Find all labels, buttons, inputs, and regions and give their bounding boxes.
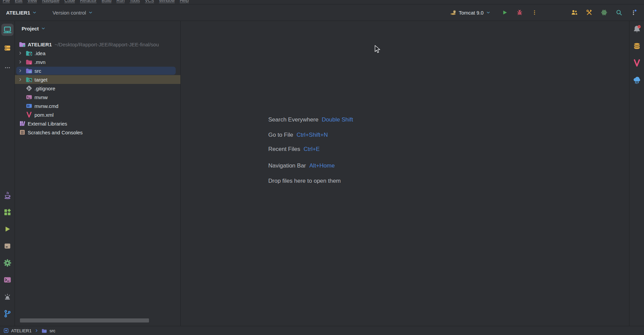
menu-navigate[interactable]: Navigate <box>42 0 59 4</box>
project-panel: Project ATELIER1 ~/Desktop/Rapport-JEE/R… <box>15 21 181 326</box>
shortcut-keys: Double Shift <box>322 116 353 123</box>
gear-icon[interactable] <box>3 259 11 267</box>
tree-row-src[interactable]: src <box>15 66 180 75</box>
menu-vcs[interactable]: VCS <box>145 0 154 4</box>
vcs-widget[interactable]: Version control <box>50 8 95 17</box>
tree-row-label: src <box>34 68 41 74</box>
tools-icon[interactable] <box>585 8 594 17</box>
tree-row-pom[interactable]: pom.xml <box>15 110 180 119</box>
src-folder-icon <box>26 67 32 74</box>
menu-tools[interactable]: Tools <box>130 0 140 4</box>
project-panel-title: Project <box>22 26 39 31</box>
menu-help[interactable]: Help <box>180 0 189 4</box>
notifications-bell-icon[interactable] <box>633 25 641 33</box>
menu-build[interactable]: Build <box>102 0 112 4</box>
chevron-down-icon <box>41 26 46 31</box>
breadcrumb-project[interactable]: ATELIER1 <box>11 328 31 333</box>
build-icon[interactable] <box>3 242 11 250</box>
run-button[interactable] <box>500 8 510 17</box>
tree-row-mvnw-cmd[interactable]: mvnw.cmd <box>15 102 180 110</box>
shortcut-keys: Ctrl+E <box>303 146 320 153</box>
tree-row-label: .mvn <box>34 59 46 65</box>
shortcut-label: Go to File <box>268 132 293 138</box>
tree-row-label: ATELIER1 <box>28 42 52 47</box>
search-icon[interactable] <box>614 8 624 17</box>
tree-row-target[interactable]: target <box>15 75 180 84</box>
chevron-right-icon <box>34 328 39 333</box>
code-with-me-icon[interactable] <box>570 8 579 17</box>
tree-row-label: target <box>34 77 47 83</box>
menu-file[interactable]: File <box>3 0 10 4</box>
src-folder-icon <box>42 328 47 333</box>
menu-refactor[interactable]: Refactor <box>80 0 97 4</box>
alert-icon[interactable] <box>3 293 11 301</box>
tree-row-label: pom.xml <box>34 112 54 118</box>
tree-row-external-libraries[interactable]: External Libraries <box>15 119 180 128</box>
debug-button[interactable] <box>515 8 524 17</box>
tree-row-label: mvnw.cmd <box>34 103 58 109</box>
vcs-widget-label: Version control <box>52 10 86 16</box>
horizontal-scrollbar[interactable] <box>20 318 149 322</box>
menu-bar: File Edit View Navigate Code Refactor Bu… <box>0 0 644 4</box>
project-root-path: ~/Desktop/Rapport-JEE/Rapport-JEE-final/… <box>54 42 159 47</box>
project-folder-icon <box>19 41 26 48</box>
java-icon[interactable] <box>3 191 11 199</box>
maven-icon[interactable] <box>633 59 641 67</box>
database-icon[interactable] <box>633 42 641 50</box>
services-icon[interactable] <box>1 42 14 54</box>
tree-row-label: .gitignore <box>34 86 55 91</box>
more-tool-windows-icon[interactable] <box>1 62 14 74</box>
settings-menu-icon[interactable] <box>629 8 639 17</box>
tree-row-mvn[interactable]: .mvn <box>15 58 180 66</box>
run-config-label: Tomcat 9.0 <box>459 10 484 16</box>
menu-code[interactable]: Code <box>65 0 75 4</box>
run-config-selector[interactable]: Tomcat 9.0 <box>450 9 491 16</box>
menu-items: File Edit View Navigate Code Refactor Bu… <box>3 0 189 4</box>
shortcut-hint: Recent Files Ctrl+E <box>268 146 320 153</box>
libraries-icon <box>19 120 26 127</box>
chevron-right-icon[interactable] <box>18 59 23 65</box>
idea-folder-icon <box>26 50 32 57</box>
mouse-cursor <box>374 45 380 53</box>
menu-view[interactable]: View <box>27 0 37 4</box>
tree-row-scratches[interactable]: Scratches and Consoles <box>15 128 180 137</box>
cloud-icon[interactable] <box>633 76 641 84</box>
shortcut-keys: Alt+Home <box>309 162 335 169</box>
mvn-folder-icon <box>26 59 32 65</box>
shortcut-hint: Search Everywhere Double Shift <box>268 116 353 124</box>
terminal-icon[interactable] <box>3 276 11 284</box>
shortcut-hint: Go to File Ctrl+Shift+N <box>268 131 328 139</box>
project-tool-icon[interactable] <box>1 24 14 36</box>
module-icon <box>3 328 9 333</box>
profiler-atom-icon[interactable] <box>599 8 609 17</box>
tree-row-project-root[interactable]: ATELIER1 ~/Desktop/Rapport-JEE/Rapport-J… <box>15 40 180 49</box>
shortcut-label: Navigation Bar <box>268 162 306 169</box>
breadcrumb-location[interactable]: src <box>49 328 55 333</box>
tree-row-mvnw[interactable]: mvnw <box>15 93 180 102</box>
menu-edit[interactable]: Edit <box>15 0 22 4</box>
shortcut-hint: Drop files here to open them <box>268 177 341 185</box>
shortcut-label: Drop files here to open them <box>268 178 341 184</box>
menu-window[interactable]: Window <box>159 0 175 4</box>
run-tool-icon[interactable] <box>3 225 11 233</box>
chevron-right-icon[interactable] <box>18 50 23 56</box>
shortcut-label: Search Everywhere <box>268 116 318 123</box>
tree-row-label: mvnw <box>34 94 48 100</box>
shell-file-icon <box>26 94 32 100</box>
more-vertical-icon[interactable] <box>530 8 539 17</box>
chevron-right-icon[interactable] <box>18 77 23 82</box>
tree-row-gitignore[interactable]: .gitignore <box>15 84 180 93</box>
project-panel-header[interactable]: Project <box>15 21 180 36</box>
tree-row-idea[interactable]: .idea <box>15 49 180 58</box>
chevron-down-icon <box>88 10 93 15</box>
project-widget[interactable]: ATELIER1 <box>4 8 39 17</box>
plugins-icon[interactable] <box>3 208 11 216</box>
menu-run[interactable]: Run <box>117 0 125 4</box>
left-toolstrip <box>0 21 15 326</box>
target-folder-icon <box>26 76 32 83</box>
tree-row-label: Scratches and Consoles <box>28 130 83 135</box>
git-branch-icon[interactable] <box>3 310 11 318</box>
shortcut-label: Recent Files <box>268 146 300 153</box>
chevron-right-icon[interactable] <box>18 68 23 73</box>
scratches-icon <box>19 129 26 136</box>
